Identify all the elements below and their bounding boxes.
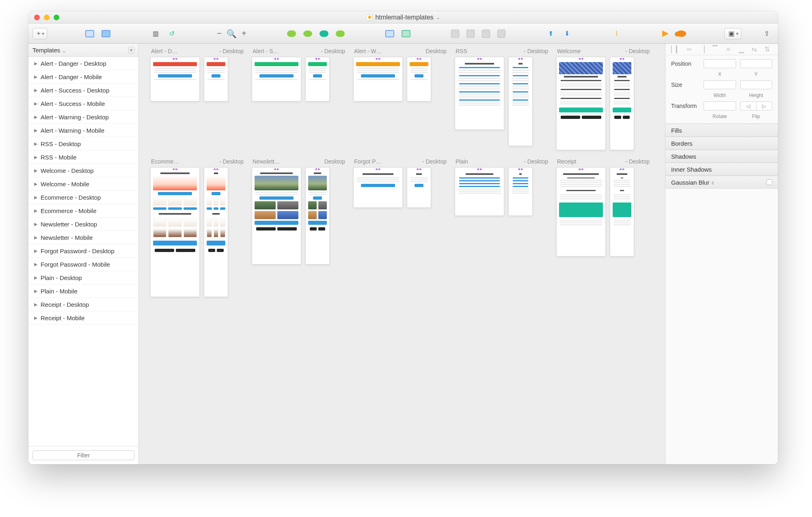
artboard-label[interactable]: Ecomme…- Desktop (150, 158, 244, 165)
disclosure-icon[interactable]: ▶ (34, 275, 37, 280)
artboard-thumbnail[interactable] (150, 167, 200, 297)
artboard-label[interactable]: Plain- Desktop (455, 158, 549, 165)
flip-h-icon[interactable]: ◁ (741, 102, 756, 110)
disclosure-icon[interactable]: ▶ (34, 248, 37, 254)
insert-button[interactable]: ＋▾ (32, 28, 47, 39)
pages-list-icon[interactable]: ▾ (128, 47, 134, 54)
layer-item[interactable]: ▶Plain - Desktop (28, 271, 138, 284)
disclosure-icon[interactable]: ▶ (34, 289, 37, 294)
disclosure-icon[interactable]: ▶ (34, 262, 37, 267)
disclosure-icon[interactable]: ▶ (34, 222, 37, 227)
artboard-label[interactable]: RSS- Desktop (455, 48, 549, 54)
layer-item[interactable]: ▶Alert - Danger - Desktop (28, 57, 138, 70)
layer-item[interactable]: ▶Alert - Warning - Mobile (28, 124, 138, 137)
artboard-label[interactable]: Newslett…Desktop (252, 158, 346, 165)
artboard-thumbnail[interactable] (353, 167, 403, 208)
artboard-thumbnail[interactable] (610, 167, 634, 256)
artboard-thumbnail[interactable] (556, 57, 606, 150)
layers-list[interactable]: ▶Alert - Danger - Desktop▶Alert - Danger… (28, 57, 138, 446)
artboard-thumbnail[interactable] (150, 57, 200, 101)
disclosure-icon[interactable]: ▶ (34, 168, 37, 173)
layer-item[interactable]: ▶Newsletter - Desktop (28, 218, 138, 231)
flip-v-icon[interactable]: ▷ (756, 102, 772, 110)
artboard-label[interactable]: Welcome- Desktop (556, 48, 650, 54)
layer-item[interactable]: ▶Alert - Warning - Desktop (28, 110, 138, 124)
flip-segmented[interactable]: ◁ ▷ (740, 101, 773, 110)
layer-item[interactable]: ▶Welcome - Mobile (28, 177, 138, 191)
close-window-button[interactable] (34, 15, 40, 20)
artboard-label[interactable]: Alert - D…- Desktop (150, 48, 244, 54)
mirror-button[interactable]: ⌇ (610, 28, 624, 39)
layer-item[interactable]: ▶Newsletter - Mobile (28, 231, 138, 244)
position-x-input[interactable] (704, 59, 736, 68)
artboard-thumbnail[interactable] (610, 57, 634, 150)
blur-checkbox[interactable] (767, 179, 772, 185)
layer-item[interactable]: ▶Forgot Password - Mobile (28, 258, 138, 271)
artboard-thumbnail[interactable] (407, 167, 431, 208)
artboard-label[interactable]: Alert - S…- Desktop (252, 48, 346, 54)
distribute-v-icon[interactable]: ⇅ (764, 45, 771, 53)
artboard-thumbnail[interactable] (204, 167, 228, 297)
layer-item[interactable]: ▶Alert - Danger - Mobile (28, 70, 138, 84)
distribute-h-icon[interactable]: ⇆ (751, 45, 758, 53)
title-dropdown-caret-icon[interactable]: ⌄ (436, 15, 440, 20)
minimize-window-button[interactable] (44, 15, 50, 20)
artboard-thumbnail[interactable] (508, 57, 533, 146)
inspector-section-header[interactable]: Gaussian Blur ⇳ (665, 176, 778, 189)
artboard-thumbnail[interactable] (455, 57, 504, 130)
transform-tool[interactable] (301, 28, 315, 39)
artboard-thumbnail[interactable] (305, 57, 330, 101)
disclosure-icon[interactable]: ▶ (34, 302, 37, 307)
disclosure-icon[interactable]: ▶ (34, 74, 37, 80)
disclosure-icon[interactable]: ▶ (34, 195, 37, 200)
export-button[interactable]: ⇪ (760, 28, 774, 39)
disclosure-icon[interactable]: ▶ (34, 315, 37, 321)
artboard-thumbnail[interactable] (455, 167, 504, 216)
layer-item[interactable]: ▶RSS - Mobile (28, 151, 138, 164)
align-top-icon[interactable]: ▔ (711, 45, 719, 53)
zoom-in-button[interactable]: + (239, 29, 249, 38)
align-left-icon[interactable]: ▏▎ (672, 45, 680, 53)
union-button[interactable] (449, 28, 462, 39)
pages-header[interactable]: Templates ⌄ ▾ (28, 44, 138, 57)
disclosure-icon[interactable]: ▶ (34, 155, 37, 160)
disclosure-icon[interactable]: ▶ (34, 101, 37, 106)
artboard-thumbnail[interactable] (252, 167, 301, 265)
zoom-window-button[interactable] (54, 15, 59, 20)
rotate-input[interactable] (704, 101, 736, 110)
layer-item[interactable]: ▶Plain - Mobile (28, 284, 138, 298)
disclosure-icon[interactable]: ▶ (34, 61, 37, 66)
layer-item[interactable]: ▶Alert - Success - Desktop (28, 84, 138, 97)
layer-item[interactable]: ▶Ecommerce - Desktop (28, 191, 138, 204)
inspector-section-header[interactable]: Shadows (665, 150, 778, 163)
align-right-icon[interactable]: ▕ (698, 45, 706, 53)
forward-button[interactable]: ⬆︎ (544, 28, 557, 39)
subtract-button[interactable] (464, 28, 477, 39)
filter-input[interactable] (32, 450, 134, 460)
disclosure-icon[interactable]: ▶ (34, 128, 37, 133)
artboard-thumbnail[interactable] (305, 167, 330, 265)
mask-tool[interactable] (383, 28, 397, 39)
layer-item[interactable]: ▶Receipt - Mobile (28, 311, 138, 325)
disclosure-icon[interactable]: ▶ (34, 88, 37, 93)
canvas[interactable]: Alert - D…- DesktopAlert - S…- DesktopAl… (139, 44, 665, 464)
artboard-label[interactable]: Receipt- Desktop (556, 158, 650, 165)
inspector-section-header[interactable]: Fills (665, 124, 778, 137)
disclosure-icon[interactable]: ▶ (34, 141, 37, 146)
layer-item[interactable]: ▶Welcome - Desktop (28, 164, 138, 177)
artboard-thumbnail[interactable] (353, 57, 403, 101)
layer-item[interactable]: ▶Forgot Password - Desktop (28, 244, 138, 258)
backward-button[interactable]: ⬇︎ (560, 28, 574, 39)
artboard-label[interactable]: Alert - W…Desktop (353, 48, 447, 54)
cloud-button[interactable] (674, 28, 689, 39)
disclosure-icon[interactable]: ▶ (34, 181, 37, 187)
size-w-input[interactable] (704, 80, 736, 89)
artboard-thumbnail[interactable] (508, 167, 533, 216)
artboard-thumbnail[interactable] (252, 57, 301, 101)
zoom-out-button[interactable]: − (214, 29, 224, 38)
artboard-thumbnail[interactable] (204, 57, 228, 101)
artboard-thumbnail[interactable] (556, 167, 606, 256)
view-button[interactable]: ▣▾ (724, 28, 741, 39)
disclosure-icon[interactable]: ▶ (34, 235, 37, 240)
edit-tool[interactable] (285, 28, 298, 39)
